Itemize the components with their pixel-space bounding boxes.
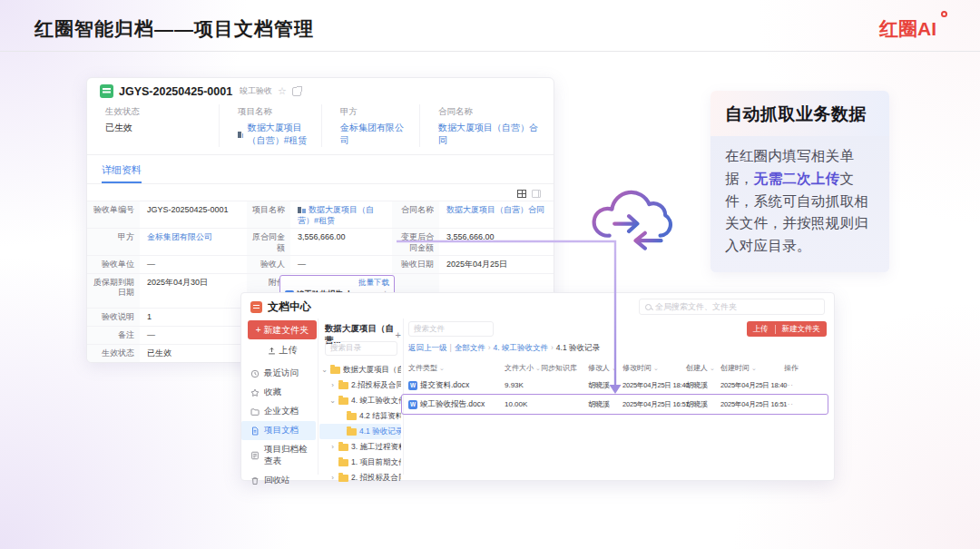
breadcrumb-separator: ›	[551, 343, 554, 352]
file-size-cell: 9.93K	[505, 381, 541, 389]
star-icon	[250, 388, 260, 397]
add-project-icon[interactable]: +	[396, 329, 401, 340]
cloud-sync-icon	[579, 171, 681, 265]
sidebar-item-doc[interactable]: 项目文档	[241, 421, 316, 440]
sidebar-item-label: 项目归档检查表	[264, 444, 312, 467]
breadcrumb: 返回上一级|全部文件›4. 竣工验收文件›4.1 验收记录	[408, 343, 600, 354]
new-folder-button[interactable]: + 新建文件夹	[248, 320, 317, 339]
tree-folder-item[interactable]: ›3. 施工过程资料	[319, 439, 401, 455]
file-table: 文件类型 ⌄文件大小 ⌄同步知识库修改人 ⌄修改时间 ⌄创建人 ⌄创建时间 ⌄操…	[408, 360, 825, 414]
column-header[interactable]: 创建时间 ⌄	[720, 363, 784, 373]
field-label: 验收人	[247, 256, 290, 273]
file-table-row[interactable]: W提交资料.docx9.93K胡晓溪2025年04月25日 18:40胡晓溪20…	[408, 376, 825, 395]
file-name-cell[interactable]: W提交资料.docx	[408, 380, 505, 391]
tree-folder-label: 3. 施工过程资料	[351, 442, 401, 453]
top-upload-button[interactable]: 上传	[747, 324, 775, 335]
trash-icon	[250, 476, 260, 485]
column-header[interactable]: 文件类型 ⌄	[408, 363, 505, 373]
search-directory-placeholder: 搜索目录	[330, 343, 361, 354]
tree-expand-icon[interactable]: ›	[329, 443, 336, 451]
tree-folder-item[interactable]: ⌄数据大厦项目（自营...	[319, 362, 401, 377]
summary-field-value: 已生效	[105, 122, 210, 134]
top-new-folder-button[interactable]: 新建文件夹	[776, 324, 828, 335]
folder-icon	[338, 444, 348, 451]
feature-callout: 自动抓取业务数据 在红圈内填写相关单据，无需二次上传文件，系统可自动抓取相关文件…	[710, 91, 889, 272]
callout-body: 在红圈内填写相关单据，无需二次上传文件，系统可自动抓取相关文件，并按照规则归入对…	[710, 136, 889, 272]
upload-button[interactable]: 上传	[248, 342, 317, 358]
sidebar-item-folder[interactable]: 企业文档	[241, 402, 316, 421]
column-header[interactable]: 创建人 ⌄	[686, 363, 720, 373]
breadcrumb-item[interactable]: 全部文件	[455, 343, 485, 352]
tree-folder-item[interactable]: 1. 项目前期文件	[319, 455, 401, 470]
row-actions-icon[interactable]: ···	[784, 381, 804, 389]
field-value[interactable]: 数据大厦项目（自营）合同	[439, 201, 554, 228]
row-actions-icon[interactable]: ···	[784, 400, 804, 408]
brand-logo-text: 红圈AI	[879, 18, 936, 39]
tree-expand-icon[interactable]: ⌄	[321, 366, 328, 374]
sidebar-item-label: 企业文档	[264, 406, 299, 417]
field-value: —	[290, 256, 392, 273]
form-doc-id: JGYS-20250425-0001	[119, 85, 232, 98]
field-label: 变更后合同金额	[392, 229, 439, 255]
tree-folder-item[interactable]: ⌄4. 竣工验收文件	[319, 393, 401, 408]
layout-view-icon[interactable]	[532, 190, 541, 198]
page-header: 红圈智能归档——项目文档管理 红圈AI	[34, 16, 946, 42]
search-file-input[interactable]: 搜索文件	[408, 321, 494, 337]
modified-time-cell: 2025年04月25日 16:51	[622, 400, 686, 409]
summary-field-value[interactable]: 金标集团有限公司	[340, 122, 410, 147]
tree-folder-label: 4.2 结算资料	[359, 411, 401, 422]
field-label: 备注	[87, 327, 140, 344]
tree-folder-item[interactable]: ›2.招投标及合同文件	[319, 377, 401, 393]
sidebar-item-clock[interactable]: 最近访问	[241, 364, 316, 383]
tree-folder-item[interactable]: 4.2 结算资料	[319, 408, 401, 424]
column-header[interactable]: 修改人 ⌄	[588, 363, 622, 373]
upload-button-label: 上传	[279, 344, 298, 357]
tree-folder-item[interactable]: 4.1 验收记录	[319, 424, 401, 439]
tree-folder-label: 数据大厦项目（自营...	[343, 365, 401, 376]
search-directory-input[interactable]: 搜索目录	[325, 341, 397, 356]
column-header[interactable]: 修改时间 ⌄	[622, 363, 686, 373]
folder-icon	[347, 413, 357, 420]
sidebar-item-star[interactable]: 收藏	[241, 383, 316, 402]
tree-expand-icon[interactable]: ›	[329, 381, 336, 389]
modifier-cell: 胡晓溪	[588, 380, 622, 390]
tab-detail-info[interactable]: 详细资料	[102, 163, 142, 183]
breadcrumb-back-link[interactable]: 返回上一级	[408, 343, 447, 352]
sort-caret-icon: ⌄	[610, 365, 617, 371]
file-table-row[interactable]: W竣工验收报告.docx10.00K胡晓溪2025年04月25日 16:51胡晓…	[408, 395, 825, 414]
star-icon[interactable]: ☆	[278, 85, 287, 97]
field-label: 合同名称	[392, 201, 439, 228]
summary-field: 甲方金标集团有限公司	[321, 104, 419, 147]
sidebar-item-trash[interactable]: 回收站	[241, 471, 316, 490]
batch-download-link[interactable]: 批量下载	[285, 278, 389, 288]
table-view-icon[interactable]	[517, 190, 526, 198]
form-table-row: 甲方金标集团有限公司原合同金额3,556,666.00变更后合同金额3,556,…	[87, 228, 554, 255]
sidebar-item-checklist[interactable]: 项目归档检查表	[241, 440, 316, 471]
divider	[403, 319, 404, 475]
global-search-input[interactable]: 全局搜索文件、文件夹	[639, 299, 825, 315]
folder-icon	[338, 397, 348, 405]
summary-field-value[interactable]: 数据大厦项目（自营）#租赁	[238, 122, 312, 147]
callout-highlight-text: 无需二次上传	[754, 171, 840, 186]
column-header[interactable]: 文件大小 ⌄	[505, 363, 541, 373]
field-label: 验收单位	[87, 256, 140, 273]
top-action-buttons: 上传 新建文件夹	[747, 321, 828, 337]
doc-center-panel: 文档中心 全局搜索文件、文件夹 + 新建文件夹 上传 最近访问收藏企业文档项目文…	[240, 292, 835, 481]
checklist-icon	[250, 451, 260, 460]
field-value[interactable]: 金标集团有限公司	[140, 229, 247, 255]
doc-icon	[250, 426, 260, 436]
tree-folder-label: 4. 竣工验收文件	[351, 396, 401, 407]
creator-cell: 胡晓溪	[686, 399, 720, 409]
tree-folder-item[interactable]: ›2. 招投标及合同...	[319, 470, 401, 485]
file-name-cell[interactable]: W竣工验收报告.docx	[408, 399, 505, 410]
field-label: 验收单编号	[87, 201, 140, 228]
external-link-icon[interactable]	[292, 87, 301, 96]
brand-logo: 红圈AI	[879, 16, 946, 42]
tree-expand-icon[interactable]: ⌄	[329, 397, 336, 405]
summary-field-value[interactable]: 数据大厦项目（自营）合同	[438, 122, 545, 147]
field-value[interactable]: 数据大厦项目（自营）#租赁	[290, 201, 392, 228]
folder-icon	[338, 475, 348, 482]
tree-expand-icon[interactable]: ›	[329, 474, 336, 482]
created-time-cell: 2025年04月25日 18:40	[720, 381, 784, 390]
breadcrumb-item[interactable]: 4. 竣工验收文件	[494, 343, 548, 352]
